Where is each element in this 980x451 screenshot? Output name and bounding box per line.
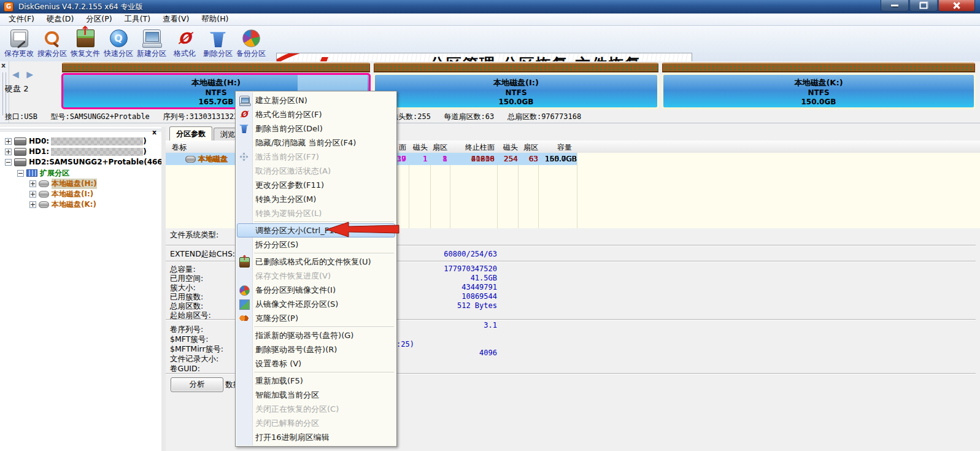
partition-icon	[39, 191, 49, 198]
menu-bar-item[interactable]: 硬盘(D)	[41, 13, 80, 26]
disk-type-bar	[662, 63, 975, 72]
context-menu-item[interactable]: 打开16进制扇区编辑	[236, 430, 396, 444]
detail-value-partial: :25)	[396, 340, 414, 349]
expand-icon[interactable]	[5, 148, 12, 155]
toolbar-button-label: 搜索分区	[37, 48, 67, 59]
partition-icon	[39, 180, 49, 187]
detail-label: 总扇区数:	[170, 301, 211, 310]
disk-label: 硬盘 2	[5, 83, 28, 94]
context-menu-item[interactable]: 克隆分区(P)	[236, 311, 396, 325]
partition-block-i[interactable]: 本地磁盘(I:) NTFS 150.0GB	[373, 63, 659, 109]
toolbar-button[interactable]: 搜索分区	[36, 27, 69, 60]
menu-bar-item[interactable]: 帮助(H)	[195, 13, 234, 26]
tree-panel-header	[0, 129, 161, 131]
detail-label: 文件系统类型:	[170, 230, 218, 239]
tree-item-disk-h[interactable]: 本地磁盘(H:)	[29, 179, 97, 188]
tree-item-extended[interactable]: 扩展分区	[17, 168, 69, 178]
context-menu-item[interactable]: 删除当前分区(Del)	[236, 121, 396, 136]
partition-block-k[interactable]: 本地磁盘(K:) NTFS 150.0GB	[662, 63, 976, 109]
menu-item-icon	[239, 433, 249, 442]
disk-nav-arrows[interactable]: ◀ ▶	[12, 69, 36, 79]
toolbar-icon	[110, 29, 128, 47]
harddisk-icon	[14, 148, 26, 156]
menu-bar-item[interactable]: 工具(T)	[118, 13, 156, 26]
context-menu-item[interactable]: 删除驱动器号(盘符)(R)	[236, 342, 396, 357]
partition-icon	[185, 156, 196, 163]
minimize-button[interactable]	[881, 0, 909, 12]
menu-item-icon	[239, 359, 249, 368]
detail-label: 文件记录大小:	[170, 354, 223, 364]
restore-button[interactable]	[909, 0, 938, 12]
collapse-icon[interactable]	[17, 170, 24, 177]
context-menu-item[interactable]: 转换为逻辑分区(L)	[236, 206, 396, 220]
toolbar-button[interactable]: 删除分区	[201, 27, 234, 60]
detail-label: 已用空间:	[170, 274, 211, 283]
context-menu-item[interactable]: 取消分区激活状态(A)	[236, 164, 396, 178]
context-menu-item[interactable]: 更改分区参数(F11)	[236, 178, 396, 192]
context-menu-item[interactable]: 智能加载当前分区	[236, 388, 396, 402]
tree-item-hd2[interactable]: HD2:SAMSUNGG2+Protable(466GB)	[5, 157, 177, 167]
window-title: DiskGenius V4.7.2.155 x64 专业版	[18, 2, 143, 12]
disk-info-left: 接口:USB 型号:SAMSUNGG2+Protable 序列号:3130313…	[5, 112, 274, 122]
column-header[interactable]: 磁头	[413, 142, 428, 153]
menu-item-icon	[239, 152, 249, 161]
redacted-text	[51, 148, 143, 156]
toolbar-button-label: 恢复文件	[71, 48, 100, 59]
context-menu-item[interactable]: 激活当前分区(F7)	[236, 150, 396, 164]
menu-item-icon	[239, 110, 249, 119]
column-header[interactable]: 容量	[557, 142, 572, 153]
expand-icon[interactable]	[29, 180, 36, 187]
context-menu-item[interactable]: 格式化当前分区(F)	[236, 107, 396, 121]
tree-item-hd1[interactable]: HD1: )	[5, 147, 147, 156]
context-menu-item[interactable]: 建立新分区(N)	[236, 93, 396, 107]
tree-close-icon[interactable]: x	[152, 128, 156, 136]
toolbar-icon	[242, 29, 260, 47]
analyze-button[interactable]: 分析	[171, 377, 223, 392]
context-menu-item[interactable]: 备份分区到镜像文件(I)	[236, 283, 396, 297]
redacted-text	[51, 137, 143, 145]
diskgenius-window: G DiskGenius V4.7.2.155 x64 专业版 文件(F)硬盘(…	[0, 0, 980, 451]
toolbar-button[interactable]: 备份分区	[234, 27, 268, 60]
context-menu-item[interactable]: 设置卷标 (V)	[236, 357, 396, 371]
detail-label: 起始扇区号:	[170, 310, 211, 320]
menu-bar-item[interactable]: 查看(V)	[156, 13, 195, 26]
menu-item-icon	[239, 404, 249, 414]
expand-icon[interactable]	[29, 191, 36, 198]
menu-bar-item[interactable]: 文件(F)	[2, 13, 41, 26]
tab-partition-params[interactable]: 分区参数	[169, 126, 212, 141]
expand-icon[interactable]	[5, 138, 12, 145]
column-header[interactable]: 磁头	[503, 142, 518, 153]
toolbar-button[interactable]: 快速分区	[102, 27, 135, 60]
toolbar-button[interactable]: 保存更改	[2, 27, 36, 60]
context-menu-item[interactable]: 拆分分区(S)	[236, 237, 396, 252]
context-menu-item[interactable]: 关闭已解释的分区	[236, 416, 396, 430]
dock-close-icon[interactable]: x	[1, 62, 6, 69]
collapse-icon[interactable]	[5, 159, 12, 166]
toolbar-button[interactable]: 格式化	[168, 27, 201, 60]
expand-icon[interactable]	[29, 201, 36, 208]
column-header[interactable]: 面	[399, 142, 406, 153]
context-menu-item[interactable]: 转换为主分区(M)	[236, 192, 396, 206]
close-button[interactable]	[938, 0, 975, 12]
context-menu-item[interactable]: 关闭正在恢复的分区(C)	[236, 402, 396, 416]
column-header[interactable]: 卷标	[172, 142, 187, 153]
tree-item-disk-i[interactable]: 本地磁盘(I:)	[29, 189, 93, 199]
toolbar-button[interactable]: 恢复文件	[69, 27, 102, 60]
red-arrow-annotation	[325, 221, 400, 238]
context-menu-item[interactable]: 指派新的驱动器号(盘符)(G)	[236, 328, 396, 342]
detail-value: 177970347520	[444, 264, 497, 273]
partition-name: 本地磁盘(I:)	[375, 75, 657, 88]
tree-item-hd0[interactable]: HD0: )	[5, 136, 147, 146]
column-header[interactable]: 终止柱面	[465, 142, 495, 153]
column-header[interactable]: 扇区	[433, 142, 447, 153]
context-menu-item[interactable]: 从镜像文件还原分区(S)	[236, 297, 396, 311]
menu-item-icon	[239, 331, 249, 340]
context-menu-item[interactable]: 重新加载(F5)	[236, 374, 396, 388]
context-menu-item[interactable]: 已删除或格式化后的文件恢复(U)	[236, 255, 396, 269]
toolbar-button-label: 新建分区	[137, 48, 166, 59]
context-menu-item[interactable]: 隐藏/取消隐藏 当前分区(F4)	[236, 136, 396, 150]
context-menu-item[interactable]: 保存文件恢复进度(V)	[236, 269, 396, 283]
toolbar-button[interactable]: 新建分区	[135, 27, 168, 60]
column-header[interactable]: 扇区	[523, 142, 538, 153]
tree-item-disk-k[interactable]: 本地磁盘(K:)	[29, 199, 96, 209]
